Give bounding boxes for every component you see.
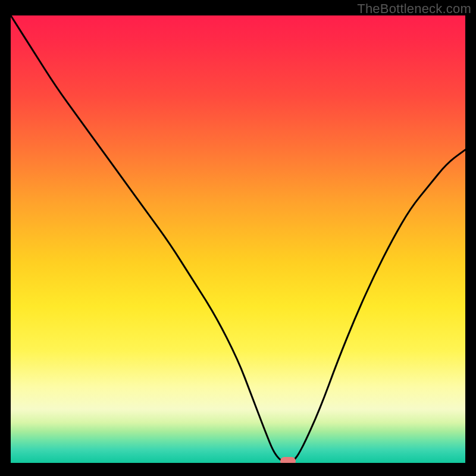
plot-area bbox=[11, 15, 465, 463]
minimum-marker bbox=[280, 457, 296, 463]
chart-frame: TheBottleneck.com bbox=[0, 0, 476, 476]
bottleneck-curve bbox=[11, 15, 465, 463]
watermark-text: TheBottleneck.com bbox=[357, 1, 471, 17]
